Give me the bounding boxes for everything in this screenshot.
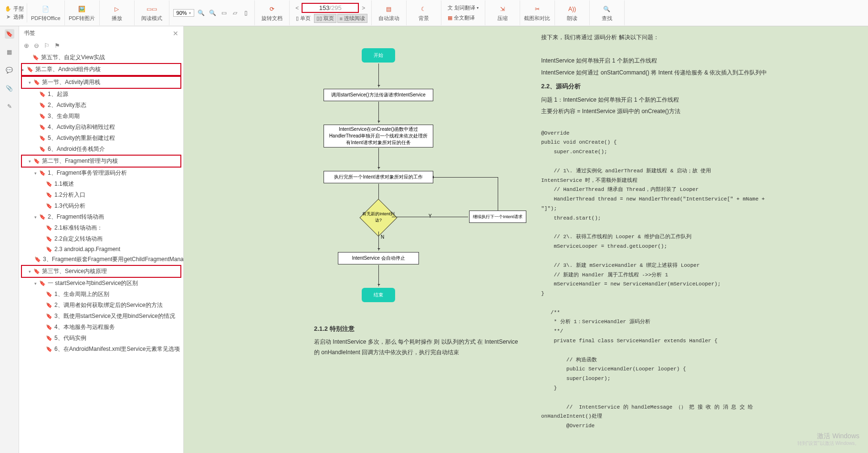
fc-decision: 有无新的Intent到达? — [359, 203, 397, 232]
zoom-in-button[interactable]: 🔍 — [209, 9, 217, 17]
page-left: 开始 调用startService()方法传递请求IntentService I… — [238, 29, 533, 425]
fc-stop: IntentService 会自动停止 — [338, 252, 419, 264]
fc-start: 开始 — [362, 48, 395, 63]
fc-no: N — [381, 234, 384, 240]
bookmark-tab-icon[interactable]: 🔖 — [5, 29, 14, 39]
hand-tool[interactable]: ✋手型 — [5, 5, 24, 12]
bookmark-item[interactable]: ▾🔖第一节、Activity调用栈 — [21, 76, 181, 89]
document-viewport[interactable]: 开始 调用startService()方法传递请求IntentService I… — [184, 26, 868, 453]
heading-22: 2.2、源码分析 — [541, 81, 810, 92]
line1: IntentService 如何单独开启 1 个新的工作线程 — [541, 56, 810, 66]
fc-step1: 调用startService()方法传递请求IntentService — [324, 89, 433, 101]
fit-width-icon[interactable]: ▭ — [220, 9, 229, 17]
bookmark-item[interactable]: 🔖4、Activity启动和销毁过程 — [21, 122, 181, 133]
book-icon: ▭▭ — [146, 4, 157, 14]
bookmark-item[interactable]: ▾🔖一 startService与bindService的区别 — [21, 278, 181, 289]
play-icon: ▷ — [112, 4, 122, 14]
delete-bookmark-icon[interactable]: ⊖ — [34, 42, 39, 49]
attachments-tab-icon[interactable]: 📎 — [5, 84, 14, 93]
pdf-to-image-button[interactable]: 🖼️PDF转图片 — [69, 4, 95, 22]
page-number-input[interactable]: 153/295 — [302, 3, 359, 13]
add-bookmark-icon[interactable]: ⊕ — [24, 42, 29, 49]
fc-step3: 执行完所一个Intent请求对象所对应的工作 — [324, 171, 433, 183]
bookmark-tree: 🔖第五节、自定义View实战▸🔖第二章、Android组件内核▾🔖第一节、Act… — [19, 51, 183, 453]
chevron-down-icon: ▾ — [189, 11, 191, 15]
windows-activation-watermark: 激活 Windows 转到"设置"以激活 Windows。 — [797, 432, 859, 446]
bookmark-item[interactable]: ▾🔖第二节、Fragment管理与内核 — [21, 155, 181, 168]
bookmark-item[interactable]: ▾🔖1、Fragment事务管理源码分析 — [21, 168, 181, 179]
bookmark-item[interactable]: 🔖3、既使用startService又使用bindService的情况 — [21, 311, 181, 322]
bookmark-flag-icon[interactable]: ⚐ — [44, 42, 50, 49]
next-page-button[interactable]: > — [362, 5, 365, 11]
question1b: 主要分析内容 = IntentService 源码中的 onCreate()方法 — [541, 106, 810, 117]
bookmark-item[interactable]: 🔖2.3 android.app.Fragment — [21, 244, 181, 254]
fc-end: 结束 — [362, 288, 395, 302]
line2: IntentService 如何通过 onStartCommand() 将 In… — [541, 68, 810, 78]
screenshot-button[interactable]: ✂截图和对比 — [524, 4, 551, 22]
bookmark-item[interactable]: 🔖第五节、自定义View实战 — [21, 52, 181, 63]
compress-button[interactable]: ⇲压缩 — [489, 4, 516, 22]
camera-icon: ✂ — [532, 4, 543, 14]
bookmark-item[interactable]: 🔖2.2自定义转场动画 — [21, 233, 181, 244]
fit-page-icon[interactable]: ▱ — [231, 9, 240, 17]
speaker-icon: A)) — [567, 4, 577, 14]
bookmark-item[interactable]: ▾🔖2、Fragment转场动画 — [21, 211, 181, 222]
continuous-icon: ≡ — [340, 16, 343, 21]
code-block: @Override public void onCreate() { super… — [541, 129, 810, 432]
image-icon: 🖼️ — [77, 4, 87, 14]
intro-text: 接下来，我们将通过 源码分析 解决以下问题： — [541, 32, 810, 43]
prev-page-button[interactable]: < — [295, 5, 299, 11]
dict-translate-button[interactable]: 文划词翻译▾ — [445, 3, 481, 12]
bookmark-item[interactable]: 🔖3、生命周期 — [21, 111, 181, 122]
bookmark-item[interactable]: 🔖2.1标准转场动画： — [21, 222, 181, 233]
bookmark-item[interactable]: 🔖1、生命周期上的区别 — [21, 289, 181, 300]
bookmark-item[interactable]: 🔖2、Activity形态 — [21, 100, 181, 111]
play-button[interactable]: ▷播放 — [104, 4, 130, 22]
bookmarks-sidebar: 书签 ✕ ⊕ ⊖ ⚐ ⚑ 🔖第五节、自定义View实战▸🔖第二章、Android… — [19, 26, 184, 453]
bookmark-item[interactable]: 🔖5、Activity的重新创建过程 — [21, 133, 181, 144]
bookmark-item[interactable]: 🔖1.3代码分析 — [21, 200, 181, 211]
search-icon: 🔍 — [602, 4, 612, 14]
select-tool[interactable]: ➤选择 — [5, 13, 24, 21]
bookmark-item[interactable]: 🔖1、起源 — [21, 89, 181, 100]
bookmark-item[interactable]: ▸🔖第二章、Android组件内核 — [21, 63, 181, 76]
pdf-to-office-button[interactable]: 📄PDF转Office — [31, 4, 61, 22]
bookmark-item[interactable]: 🔖4、本地服务与远程服务 — [21, 322, 181, 333]
bookmark-item[interactable]: 🔖1.1概述 — [21, 179, 181, 190]
thumbnails-tab-icon[interactable]: ▦ — [5, 47, 14, 57]
find-button[interactable]: 🔍查找 — [594, 4, 620, 22]
fit-height-icon[interactable]: ▯ — [242, 9, 251, 17]
compress-icon: ⇲ — [497, 4, 508, 14]
rotate-button[interactable]: ⟳旋转文档 — [259, 4, 285, 22]
bookmark-item[interactable]: 🔖3、Fragment嵌套Fragment要用getChildFragmentM… — [21, 254, 181, 265]
read-mode-button[interactable]: ▭▭阅读模式 — [138, 4, 165, 22]
single-page-button[interactable]: ▯单页 — [293, 14, 313, 23]
edit-tab-icon[interactable]: ✎ — [5, 102, 14, 111]
translate-all-icon: ▦ — [448, 15, 452, 21]
bookmark-item[interactable]: 🔖1.2分析入口 — [21, 190, 181, 200]
bookmark-item[interactable]: 🔖6、在AndroidManifest.xml里Service元素常见选项 — [21, 344, 181, 355]
continuous-button[interactable]: ≡连续阅读 — [337, 14, 367, 23]
cursor-icon: ➤ — [5, 14, 11, 21]
fc-continue: 继续执行下一个Intent请求 — [469, 211, 526, 223]
hand-icon: ✋ — [5, 6, 11, 12]
bookmark-item[interactable]: 🔖5、代码实例 — [21, 333, 181, 344]
full-translate-button[interactable]: ▦全文翻译 — [445, 13, 481, 22]
read-aloud-button[interactable]: A))朗读 — [559, 4, 586, 22]
zoom-out-button[interactable]: 🔍 — [197, 9, 206, 17]
bookmark-outline-icon[interactable]: ⚑ — [54, 42, 60, 49]
double-page-button[interactable]: ▯▯双页 — [314, 14, 336, 23]
bookmark-item[interactable]: 🔖6、Android任务栈简介 — [21, 144, 181, 155]
zoom-select[interactable]: 90%▾ — [173, 9, 194, 17]
section-heading: 2.1.2 特别注意 — [314, 323, 524, 334]
bookmark-item[interactable]: 🔖2、调用者如何获取绑定后的Service的方法 — [21, 300, 181, 311]
sidebar-title: 书签 — [24, 29, 35, 37]
comments-tab-icon[interactable]: 💬 — [5, 65, 14, 75]
auto-scroll-button[interactable]: ▤自动滚动 — [376, 4, 402, 22]
translate-icon: 文 — [448, 4, 453, 11]
doc-icon: 📄 — [41, 4, 51, 14]
bookmark-item[interactable]: ▾🔖第三节、Service内核原理 — [21, 265, 181, 278]
fc-step2: IntentService在onCreate()函数中通过HandlerThre… — [324, 125, 433, 147]
background-button[interactable]: ☾背景 — [410, 4, 437, 22]
sidebar-close-button[interactable]: ✕ — [173, 30, 178, 37]
